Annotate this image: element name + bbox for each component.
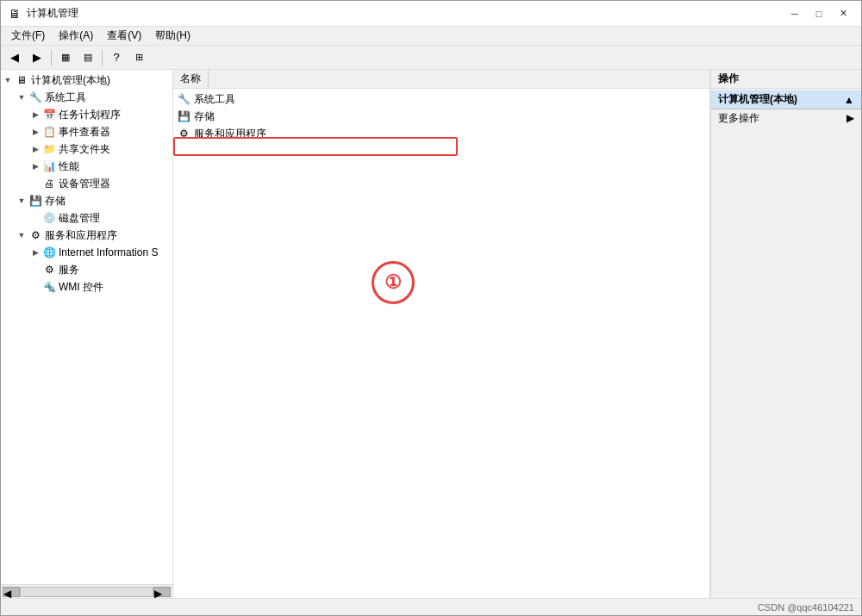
scroll-left-btn[interactable]: ◀ (3, 587, 20, 597)
task-scheduler-label: 任务计划程序 (59, 108, 121, 122)
list-storage-label: 存储 (194, 109, 215, 124)
tree-item-disk-mgmt[interactable]: 💿 磁盘管理 (1, 209, 172, 227)
menu-help[interactable]: 帮助(H) (148, 27, 197, 45)
status-text: CSDN @qqc46104221 (758, 602, 854, 613)
menu-view[interactable]: 查看(V) (100, 27, 148, 45)
left-panel: ▼ 🖥 计算机管理(本地) ▼ 🔧 系统工具 ▶ 📅 任务计划程序 (1, 70, 173, 598)
list-item-system-tools[interactable]: 🔧 系统工具 (173, 90, 709, 108)
back-button[interactable]: ◀ (4, 48, 25, 67)
title-bar-left: 🖥 计算机管理 (8, 6, 78, 21)
tree-area[interactable]: ▼ 🖥 计算机管理(本地) ▼ 🔧 系统工具 ▶ 📅 任务计划程序 (1, 70, 172, 584)
more-actions-label: 更多操作 (718, 111, 759, 126)
disk-mgmt-icon: 💿 (42, 211, 56, 225)
right-panel-section-header-label: 计算机管理(本地) (718, 92, 797, 107)
extra-button[interactable]: ⊞ (128, 48, 149, 67)
list-area[interactable]: 🔧 系统工具 💾 存储 ⚙ 服务和应用程序 (173, 89, 709, 598)
title-bar: 🖥 计算机管理 ─ □ ✕ (1, 1, 861, 27)
device-manager-icon: 🖨 (42, 177, 56, 190)
tree-item-device-manager[interactable]: 🖨 设备管理器 (1, 175, 172, 192)
maximize-button[interactable]: □ (808, 5, 830, 22)
services-apps-toggle[interactable]: ▼ (15, 228, 28, 242)
list-storage-icon: 💾 (177, 109, 191, 123)
menu-file[interactable]: 文件(F) (4, 27, 52, 45)
tree-item-storage[interactable]: ▼ 💾 存储 (1, 192, 172, 209)
tree-item-task-scheduler[interactable]: ▶ 📅 任务计划程序 (1, 106, 172, 123)
computer-icon: 🖥 (15, 73, 28, 87)
scroll-right-btn[interactable]: ▶ (153, 587, 171, 597)
event-viewer-icon: 📋 (42, 125, 56, 139)
window-controls: ─ □ ✕ (784, 5, 854, 22)
performance-icon: 📊 (42, 159, 56, 173)
shared-folders-toggle[interactable]: ▶ (28, 142, 42, 156)
storage-label: 存储 (45, 194, 66, 208)
device-manager-toggle (28, 177, 42, 190)
show-hide-button[interactable]: ▤ (78, 48, 98, 67)
main-content: ▼ 🖥 计算机管理(本地) ▼ 🔧 系统工具 ▶ 📅 任务计划程序 (1, 70, 861, 598)
performance-toggle[interactable]: ▶ (28, 159, 42, 173)
storage-toggle[interactable]: ▼ (15, 194, 28, 208)
tree-item-iis[interactable]: ▶ 🌐 Internet Information S (1, 244, 172, 261)
system-tools-toggle[interactable]: ▼ (15, 90, 28, 104)
task-scheduler-toggle[interactable]: ▶ (28, 108, 42, 121)
tree-item-shared-folders[interactable]: ▶ 📁 共享文件夹 (1, 140, 172, 158)
disk-mgmt-toggle (28, 211, 42, 225)
device-manager-label: 设备管理器 (59, 177, 110, 191)
shared-folders-icon: 📁 (42, 142, 56, 156)
tree-item-wmi[interactable]: 🔩 WMI 控件 (1, 278, 172, 296)
wmi-toggle (28, 280, 42, 294)
services-apps-label: 服务和应用程序 (45, 228, 117, 243)
iis-label: Internet Information S (59, 246, 158, 258)
list-item-storage[interactable]: 💾 存储 (173, 108, 709, 125)
middle-inner: 🔧 系统工具 💾 存储 ⚙ 服务和应用程序 (173, 89, 709, 598)
tree-root[interactable]: ▼ 🖥 计算机管理(本地) (1, 72, 172, 89)
toolbar: ◀ ▶ ▦ ▤ ? ⊞ (1, 46, 861, 70)
middle-panel: 名称 🔧 系统工具 💾 存储 (173, 70, 710, 598)
left-scrollbar-area: ◀ ▶ (1, 584, 172, 598)
toolbar-separator-2 (102, 50, 103, 65)
disk-mgmt-label: 磁盘管理 (59, 211, 100, 226)
tree-item-performance[interactable]: ▶ 📊 性能 (1, 158, 172, 175)
right-panel-section: 计算机管理(本地) ▲ 更多操作 ▶ (711, 89, 861, 128)
list-services-icon: ⚙ (177, 127, 191, 140)
status-bar: CSDN @qqc46104221 (1, 598, 861, 615)
horizontal-scrollbar[interactable] (20, 587, 153, 597)
iis-toggle[interactable]: ▶ (28, 246, 42, 259)
event-viewer-label: 事件查看器 (59, 125, 110, 140)
tree-item-services-apps[interactable]: ▼ ⚙ 服务和应用程序 (1, 227, 172, 244)
minimize-button[interactable]: ─ (784, 5, 806, 22)
right-panel: 操作 计算机管理(本地) ▲ 更多操作 ▶ (710, 70, 861, 598)
tree-root-label: 计算机管理(本地) (31, 73, 110, 88)
toolbar-separator-1 (51, 50, 52, 65)
task-scheduler-icon: 📅 (42, 108, 56, 121)
services-apps-icon: ⚙ (28, 228, 42, 242)
event-viewer-toggle[interactable]: ▶ (28, 125, 42, 139)
menu-bar: 文件(F) 操作(A) 查看(V) 帮助(H) (1, 27, 861, 46)
close-button[interactable]: ✕ (832, 5, 854, 22)
window-title: 计算机管理 (27, 6, 78, 21)
forward-button[interactable]: ▶ (27, 48, 47, 67)
right-panel-title: 操作 (711, 70, 861, 89)
name-column-header: 名称 (173, 70, 209, 88)
iis-icon: 🌐 (42, 246, 56, 259)
show-hide-tree-button[interactable]: ▦ (55, 48, 76, 67)
right-panel-section-header[interactable]: 计算机管理(本地) ▲ (711, 90, 861, 109)
main-window: 🖥 计算机管理 ─ □ ✕ 文件(F) 操作(A) 查看(V) 帮助(H) ◀ … (0, 0, 862, 616)
help-button[interactable]: ? (106, 48, 127, 67)
more-actions-arrow-icon: ▶ (846, 112, 854, 124)
tree-item-event-viewer[interactable]: ▶ 📋 事件查看器 (1, 123, 172, 140)
tree-item-services[interactable]: ⚙ 服务 (1, 261, 172, 278)
system-tools-icon: 🔧 (28, 90, 42, 104)
list-system-tools-label: 系统工具 (194, 92, 235, 107)
list-system-tools-icon: 🔧 (177, 92, 191, 106)
performance-label: 性能 (59, 159, 79, 174)
services-label: 服务 (59, 263, 79, 277)
right-panel-section-arrow-icon: ▲ (844, 94, 854, 106)
wmi-icon: 🔩 (42, 280, 56, 294)
tree-root-toggle[interactable]: ▼ (1, 73, 15, 87)
tree-item-system-tools[interactable]: ▼ 🔧 系统工具 (1, 89, 172, 106)
list-header: 名称 (173, 70, 709, 89)
menu-action[interactable]: 操作(A) (52, 27, 100, 45)
right-panel-more-actions[interactable]: 更多操作 ▶ (711, 109, 861, 127)
services-icon: ⚙ (42, 263, 56, 277)
list-item-services-apps[interactable]: ⚙ 服务和应用程序 (173, 125, 709, 142)
